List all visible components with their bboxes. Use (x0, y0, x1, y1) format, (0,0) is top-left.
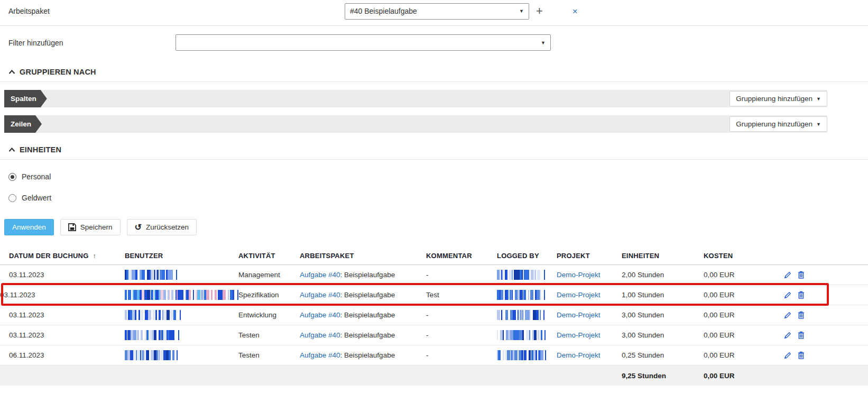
sort-ascending-icon: ↑ (93, 252, 96, 260)
edit-pencil-icon[interactable] (784, 291, 791, 299)
rows-tag: Zeilen (4, 115, 42, 133)
total-costs: 0,00 EUR (704, 372, 784, 380)
delete-trash-icon[interactable] (798, 331, 805, 339)
table-row[interactable]: 03.11.2023 Entwicklung Aufgabe #40: Beis… (0, 305, 868, 325)
cell-units: 0,25 Stunden (622, 351, 704, 359)
cell-project: Demo-Projekt (557, 331, 622, 339)
edit-pencil-icon[interactable] (784, 352, 791, 359)
column-header-user[interactable]: BENUTZER (125, 252, 238, 260)
redacted-logged-by-barcode (497, 270, 557, 280)
column-header-project[interactable]: PROJEKT (557, 252, 622, 260)
radio-unselected-icon[interactable] (8, 194, 16, 202)
edit-pencil-icon[interactable] (784, 332, 791, 339)
chevron-down-icon: ▼ (816, 122, 821, 127)
cell-project: Demo-Projekt (557, 311, 622, 319)
redacted-user-barcode (125, 310, 238, 320)
cell-user (125, 310, 238, 320)
cell-activity: Spezifikation (238, 291, 300, 299)
group-by-section-header[interactable]: GRUPPIEREN NACH (0, 68, 868, 76)
columns-tag: Spalten (4, 90, 47, 107)
divider (0, 25, 868, 26)
project-link[interactable]: Demo-Projekt (557, 271, 601, 279)
project-link[interactable]: Demo-Projekt (557, 311, 601, 319)
time-entries-table: DATUM DER BUCHUNG↑ BENUTZER AKTIVITÄT AR… (0, 247, 868, 386)
cell-work-package: Aufgabe #40: Beispielaufgabe (300, 311, 426, 319)
add-filter-value-button[interactable]: + (536, 5, 543, 17)
cell-logged-by (497, 290, 557, 300)
table-row[interactable]: 03.11.2023 Testen Aufgabe #40: Beispiela… (0, 325, 868, 345)
chevron-up-icon (8, 70, 15, 74)
delete-trash-icon[interactable] (798, 351, 805, 359)
column-header-work-package[interactable]: ARBEITSPAKET (300, 252, 426, 260)
column-header-comment[interactable]: KOMMENTAR (426, 252, 497, 260)
work-package-link[interactable]: Aufgabe #40 (300, 311, 340, 319)
cell-work-package: Aufgabe #40: Beispielaufgabe (300, 351, 426, 359)
add-filter-select[interactable]: ▼ (176, 34, 551, 51)
work-package-link[interactable]: Aufgabe #40 (300, 291, 340, 299)
edit-pencil-icon[interactable] (784, 271, 791, 279)
cell-user (125, 270, 238, 280)
table-row[interactable]: 03.11.2023 Management Aufgabe #40: Beisp… (0, 265, 868, 285)
radio-option-personal[interactable]: Personal (0, 172, 868, 181)
delete-trash-icon[interactable] (798, 311, 805, 319)
cell-project: Demo-Projekt (557, 351, 622, 359)
form-actions: Anwenden Speichern ↺ Zurücksetzen (0, 219, 868, 235)
work-package-suffix: : Beispielaufgabe (340, 271, 395, 279)
add-row-grouping-button[interactable]: Gruppierung hinzufügen ▼ (730, 116, 827, 132)
table-row[interactable]: 06.11.2023 Testen Aufgabe #40: Beispiela… (0, 345, 868, 366)
work-package-link[interactable]: Aufgabe #40 (300, 331, 340, 339)
edit-pencil-icon[interactable] (784, 312, 791, 319)
project-link[interactable]: Demo-Projekt (557, 351, 601, 359)
cell-costs: 0,00 EUR (704, 291, 784, 299)
units-section-header[interactable]: EINHEITEN (0, 145, 868, 154)
cell-work-package: Aufgabe #40: Beispielaufgabe (300, 331, 426, 339)
delete-trash-icon[interactable] (798, 271, 805, 279)
column-header-costs[interactable]: KOSTEN (704, 252, 784, 260)
apply-button[interactable]: Anwenden (4, 219, 54, 235)
reset-label: Zurücksetzen (146, 223, 189, 231)
cell-activity: Testen (238, 331, 300, 339)
work-package-suffix: : Beispielaufgabe (340, 351, 395, 359)
remove-filter-button[interactable]: × (572, 7, 578, 16)
redacted-logged-by-barcode (497, 310, 557, 320)
column-header-logged-by[interactable]: LOGGED BY (497, 252, 557, 260)
table-header-row: DATUM DER BUCHUNG↑ BENUTZER AKTIVITÄT AR… (0, 247, 868, 265)
floppy-disk-icon (68, 223, 76, 231)
cell-user (125, 350, 238, 360)
cell-actions (784, 291, 807, 299)
cell-date: 06.11.2023 (0, 351, 125, 359)
radio-selected-icon[interactable] (8, 173, 16, 181)
cell-date: 03.11.2023 (0, 291, 125, 299)
redacted-logged-by-barcode (497, 290, 557, 300)
reset-button[interactable]: ↺ Zurücksetzen (127, 219, 197, 235)
work-package-select-value: #40 Beispielaufgabe (350, 7, 417, 15)
column-header-date[interactable]: DATUM DER BUCHUNG↑ (0, 252, 125, 260)
cell-costs: 0,00 EUR (704, 271, 784, 279)
table-row-highlighted[interactable]: 03.11.2023 Spezifikation Aufgabe #40: Be… (0, 285, 868, 305)
save-button[interactable]: Speichern (60, 219, 121, 235)
redacted-user-barcode (125, 290, 238, 300)
column-header-activity[interactable]: AKTIVITÄT (238, 252, 300, 260)
work-package-label: Arbeitspaket (8, 7, 345, 15)
work-package-link[interactable]: Aufgabe #40 (300, 271, 340, 279)
cell-work-package: Aufgabe #40: Beispielaufgabe (300, 291, 426, 299)
cell-actions (784, 351, 807, 359)
cell-comment: Test (426, 291, 497, 299)
redacted-logged-by-barcode (497, 330, 557, 340)
group-columns-bar: Spalten Gruppierung hinzufügen ▼ (4, 90, 827, 107)
add-column-grouping-button[interactable]: Gruppierung hinzufügen ▼ (730, 91, 827, 106)
chevron-down-icon: ▼ (816, 96, 821, 102)
column-header-units[interactable]: EINHEITEN (622, 252, 704, 260)
work-package-filter-row: Arbeitspaket #40 Beispielaufgabe ▼ + × (0, 0, 868, 22)
work-package-link[interactable]: Aufgabe #40 (300, 351, 340, 359)
radio-option-geldwert[interactable]: Geldwert (0, 194, 868, 202)
project-link[interactable]: Demo-Projekt (557, 331, 601, 339)
cell-date: 03.11.2023 (0, 311, 125, 319)
delete-trash-icon[interactable] (798, 291, 805, 299)
cell-logged-by (497, 310, 557, 320)
work-package-select[interactable]: #40 Beispielaufgabe ▼ (345, 3, 529, 20)
project-link[interactable]: Demo-Projekt (557, 291, 601, 299)
cell-comment: - (426, 351, 497, 359)
redacted-user-barcode (125, 350, 238, 360)
group-by-title: GRUPPIEREN NACH (20, 68, 96, 76)
